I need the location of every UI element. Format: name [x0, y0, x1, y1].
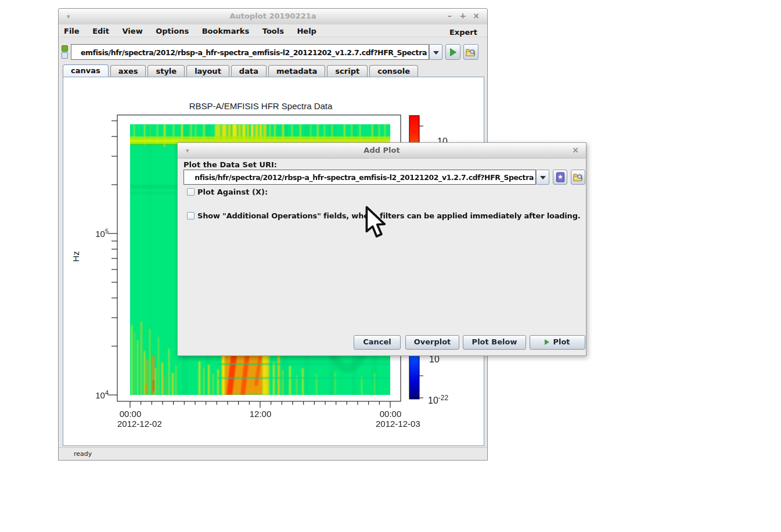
dialog-uri-input[interactable]: nfisis/hfr/spectra/2012/rbsp-a_hfr-spect… [183, 170, 536, 185]
menu-edit[interactable]: Edit [87, 24, 114, 37]
tab-axes[interactable]: axes [110, 65, 146, 77]
mouse-cursor [365, 206, 388, 239]
tab-style[interactable]: style [147, 65, 185, 77]
x-tick-time-0: 00:00 [114, 409, 146, 419]
status-text: ready [74, 450, 92, 458]
dialog-titlebar[interactable]: ▾ Add Plot × [178, 143, 586, 159]
menu-expert[interactable]: Expert [444, 26, 483, 38]
x-tick-time-2: 00:00 [375, 409, 406, 419]
uri-dropdown-icon[interactable] [429, 44, 442, 60]
menu-options[interactable]: Options [150, 24, 194, 37]
folder-open-icon [573, 172, 584, 182]
bookmark-icon [556, 172, 565, 182]
uri-label: Plot the Data Set URI: [183, 160, 277, 169]
dialog-close-icon[interactable]: × [572, 145, 579, 154]
plot-against-checkbox[interactable] [187, 188, 195, 196]
tab-data[interactable]: data [231, 65, 267, 77]
uri-input[interactable]: emfisis/hfr/spectra/2012/rbsp-a_hfr-spec… [71, 44, 429, 60]
desktop: ▾ Autoplot 20190221a – + × File Edit Vie… [0, 0, 781, 532]
plot-below-button[interactable]: Plot Below [463, 335, 526, 350]
play-icon [450, 48, 456, 56]
y-tick-1e5: 105 [91, 228, 109, 239]
cancel-button[interactable]: Cancel [354, 335, 401, 350]
go-button[interactable] [445, 44, 460, 60]
y-tick-1e4: 104 [91, 389, 109, 400]
overplot-button[interactable]: Overplot [405, 335, 459, 350]
x-tick-time-1: 12:00 [244, 409, 276, 419]
tab-canvas[interactable]: canvas [63, 64, 109, 77]
window-titlebar[interactable]: ▾ Autoplot 20190221a – + × [59, 9, 487, 25]
tab-metadata[interactable]: metadata [268, 65, 325, 77]
folder-magnifier-icon [466, 48, 476, 57]
datasource-status-icon [61, 45, 68, 59]
menu-bookmarks[interactable]: Bookmarks [197, 24, 255, 37]
x-tick-date-2: 2012-12-03 [376, 419, 420, 429]
dialog-file-button[interactable] [571, 170, 585, 185]
tab-bar: canvasaxesstylelayoutdatametadatascriptc… [63, 64, 420, 77]
menu-tools[interactable]: Tools [257, 24, 289, 37]
plot-against-label: Plot Against (X): [197, 188, 268, 196]
plot-button[interactable]: Plot [530, 335, 585, 350]
inspect-file-button[interactable] [463, 44, 478, 60]
menu-file[interactable]: File [59, 24, 85, 37]
minimize-icon[interactable]: – [444, 11, 455, 20]
menu-bar: File Edit View Options Bookmarks Tools H… [59, 24, 487, 37]
maximize-icon[interactable]: + [458, 11, 468, 20]
show-operations-checkbox[interactable] [187, 212, 195, 220]
plot-play-icon [545, 339, 549, 345]
dialog-title: Add Plot [178, 146, 586, 154]
add-plot-dialog: ▾ Add Plot × Plot the Data Set URI: nfis… [177, 142, 586, 356]
close-icon[interactable]: × [471, 11, 481, 20]
bookmarks-button[interactable] [553, 170, 567, 185]
menu-view[interactable]: View [117, 24, 148, 37]
tab-layout[interactable]: layout [186, 65, 229, 77]
tab-script[interactable]: script [327, 65, 368, 77]
menu-help[interactable]: Help [291, 24, 321, 37]
window-title: Autoplot 20190221a [59, 12, 487, 20]
x-tick-date-0: 2012-12-02 [117, 419, 162, 429]
status-bar: ready [59, 447, 487, 460]
tab-console[interactable]: console [369, 65, 418, 77]
dialog-uri-dropdown-icon[interactable] [536, 170, 549, 185]
colorbar-tick-bottom: 10-22 [428, 394, 448, 406]
show-operations-label: Show "Additional Operations" fields, whe… [197, 211, 581, 220]
